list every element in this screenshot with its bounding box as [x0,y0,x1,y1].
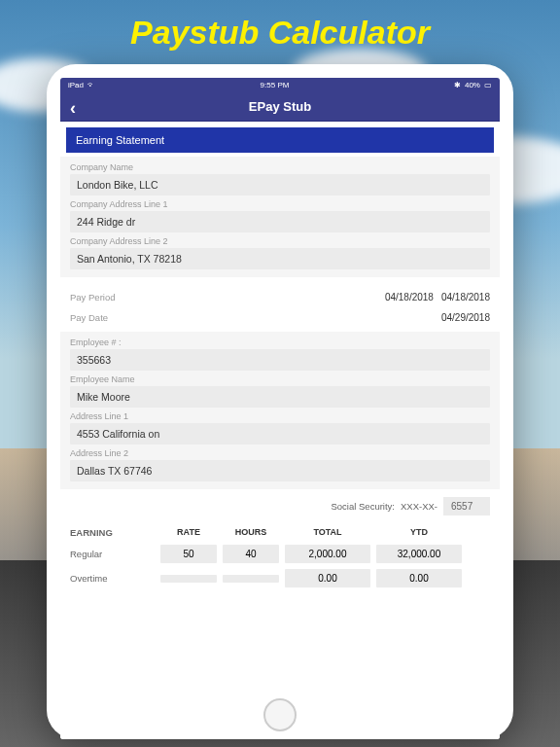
employee-addr2-input[interactable]: Dallas TX 67746 [70,460,490,481]
company-name-label: Company Name [70,162,490,172]
earn-hours-input[interactable]: 40 [223,545,279,563]
earn-head-earning: EARNING [70,527,158,538]
company-addr2-label: Company Address Line 2 [70,236,490,246]
company-addr1-input[interactable]: 244 Ridge dr [70,211,490,232]
status-time: 9:55 PM [261,81,290,89]
company-addr1-label: Company Address Line 1 [70,199,490,209]
wifi-icon: ᯤ [88,81,95,89]
bluetooth-icon: ✱ [454,81,461,89]
device-label: iPad [68,81,84,89]
pay-period-to[interactable]: 04/18/2018 [441,292,490,302]
earn-rate-input[interactable]: 50 [160,545,217,563]
earn-total: 0.00 [285,569,370,587]
ss-label: Social Security: [332,501,395,512]
company-name-input[interactable]: London Bike, LLC [70,174,490,196]
nav-title: EPay Stub [249,99,311,114]
earn-head-total: TOTAL [282,527,373,538]
employee-addr2-label: Address Line 2 [70,448,490,458]
status-bar: iPad ᯤ 9:55 PM ✱ 40% ▭ [60,78,500,92]
ipad-frame: iPad ᯤ 9:55 PM ✱ 40% ▭ ‹ EPay Stub Earni… [47,64,513,739]
pay-date-label: Pay Date [70,312,108,323]
earn-total: 2,000.00 [285,545,370,563]
employee-addr1-input[interactable]: 4553 California on [70,423,490,445]
employee-name-label: Employee Name [70,374,490,384]
earn-row: Regular 50 40 2,000.00 32,000.00 [70,542,490,566]
page-title: Paystub Calculator [0,14,560,52]
employee-num-input[interactable]: 355663 [70,349,490,371]
ss-mask: XXX-XX- [401,501,438,512]
pay-period-from[interactable]: 04/18/2018 [385,292,434,302]
earn-name: Overtime [70,573,158,584]
earn-head-hours: HOURS [220,527,282,538]
section-header: Earning Statement [66,127,494,153]
earn-head-rate: RATE [158,527,220,538]
battery-pct: 40% [465,81,480,89]
earn-hours-input[interactable] [223,575,279,583]
employee-addr1-label: Address Line 1 [70,411,490,421]
home-button[interactable] [263,698,297,731]
earn-head-ytd: YTD [373,527,465,538]
pay-date[interactable]: 04/29/2018 [441,312,490,323]
earn-name: Regular [70,549,158,559]
earn-rate-input[interactable] [160,575,217,583]
ss-last4-input[interactable]: 6557 [443,497,490,516]
earn-ytd: 0.00 [376,569,462,587]
employee-num-label: Employee # : [70,338,490,347]
back-button[interactable]: ‹ [70,98,76,119]
battery-icon: ▭ [484,81,492,89]
employee-name-input[interactable]: Mike Moore [70,386,490,408]
earn-ytd: 32,000.00 [376,545,462,563]
earn-row: Overtime 0.00 0.00 [70,566,490,590]
nav-bar: ‹ EPay Stub [60,92,500,122]
pay-period-label: Pay Period [70,292,115,302]
company-addr2-input[interactable]: San Antonio, TX 78218 [70,248,490,269]
